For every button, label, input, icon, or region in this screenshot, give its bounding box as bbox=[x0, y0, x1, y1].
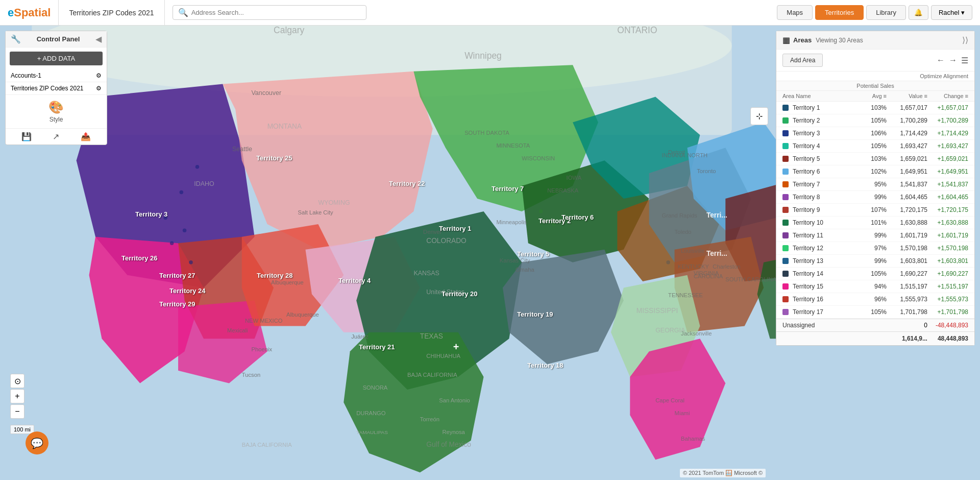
optimize-link[interactable]: Optimize Alignment bbox=[776, 71, 974, 81]
territory-name: Territory 6 bbox=[793, 168, 856, 175]
layer-settings-icon[interactable]: ⚙ bbox=[96, 72, 102, 79]
territory-change: +1,555,973 bbox=[927, 296, 968, 303]
svg-text:Torreón: Torreón bbox=[420, 416, 439, 422]
territory-value: 1,555,973 bbox=[887, 296, 927, 303]
library-button[interactable]: Library bbox=[866, 5, 906, 20]
svg-text:WYOMING: WYOMING bbox=[318, 199, 350, 206]
notification-button[interactable]: 🔔 bbox=[909, 5, 928, 20]
territories-button[interactable]: Territories bbox=[815, 5, 864, 20]
territory-list: Territory 1 103% 1,657,017 +1,657,017 Te… bbox=[776, 102, 974, 319]
areas-icon: ▦ bbox=[782, 35, 790, 45]
svg-point-36 bbox=[666, 260, 670, 264]
rp-header: ▦ Areas Viewing 30 Areas ⟩⟩ bbox=[776, 31, 974, 50]
territory-row[interactable]: Territory 12 97% 1,570,198 +1,570,198 bbox=[776, 242, 974, 255]
unassigned-name: Unassigned bbox=[782, 322, 897, 329]
territory-avg: 105% bbox=[856, 308, 887, 316]
wrench-icon: 🔧 bbox=[11, 34, 21, 44]
territory-row[interactable]: Territory 13 99% 1,603,801 +1,603,801 bbox=[776, 255, 974, 268]
chat-button[interactable]: 💬 bbox=[26, 431, 48, 454]
svg-text:Albuquerque: Albuquerque bbox=[271, 279, 304, 285]
user-button[interactable]: Rachel ▾ bbox=[931, 5, 972, 20]
zoom-out-button[interactable]: − bbox=[10, 404, 24, 419]
territory-color-swatch bbox=[782, 296, 789, 302]
svg-text:KENTUCKY: KENTUCKY bbox=[678, 263, 709, 270]
territory-row[interactable]: Territory 10 101% 1,630,888 +1,630,888 bbox=[776, 217, 974, 229]
territory-row[interactable]: Territory 5 103% 1,659,021 +1,659,021 bbox=[776, 153, 974, 165]
rp-footer: 1,614,9... 48,448,893 bbox=[776, 331, 974, 345]
svg-point-35 bbox=[552, 222, 555, 226]
territory-avg: 105% bbox=[856, 142, 887, 150]
add-data-button[interactable]: + ADD DATA bbox=[10, 52, 103, 65]
logo-spatial: Spatial bbox=[14, 6, 51, 19]
share-icon[interactable]: ↗ bbox=[53, 132, 59, 141]
cp-collapse-button[interactable]: ◀ bbox=[95, 34, 102, 44]
rp-expand-icon[interactable]: ⟩⟩ bbox=[962, 35, 968, 45]
territory-change: +1,649,951 bbox=[927, 168, 968, 175]
territory-change: +1,714,429 bbox=[927, 130, 968, 137]
svg-text:Mexicali: Mexicali bbox=[227, 327, 248, 333]
territory-value: 1,649,951 bbox=[887, 168, 927, 175]
territory-row[interactable]: Territory 16 96% 1,555,973 +1,555,973 bbox=[776, 293, 974, 306]
territory-avg: 95% bbox=[856, 181, 887, 188]
style-label: Style bbox=[50, 116, 63, 123]
zoom-controls: ⊙ + − bbox=[10, 374, 24, 419]
col-avg[interactable]: Avg ≡ bbox=[856, 93, 887, 99]
map-container: Calgary Winnipeg ONTARIO Ottawa MONTANA … bbox=[0, 26, 980, 480]
territory-row[interactable]: Territory 6 102% 1,649,951 +1,649,951 bbox=[776, 165, 974, 178]
rp-subtitle: Viewing 30 Areas bbox=[816, 37, 863, 44]
territory-row[interactable]: Territory 17 105% 1,701,798 +1,701,798 bbox=[776, 306, 974, 319]
territory-value: 1,570,198 bbox=[887, 245, 927, 252]
svg-text:Miami: Miami bbox=[675, 410, 690, 416]
territory-change: +1,659,021 bbox=[927, 155, 968, 162]
territory-color-swatch bbox=[782, 169, 789, 175]
save-icon[interactable]: 💾 bbox=[21, 132, 32, 141]
territory-change: +1,604,465 bbox=[927, 194, 968, 201]
svg-text:Seattle: Seattle bbox=[232, 146, 252, 153]
svg-text:TEXAS: TEXAS bbox=[420, 332, 443, 340]
map-selection-tool[interactable]: ⊹ bbox=[750, 107, 768, 125]
back-icon[interactable]: ← bbox=[937, 56, 945, 65]
add-area-button[interactable]: Add Area bbox=[782, 54, 823, 67]
maps-button[interactable]: Maps bbox=[777, 5, 813, 20]
territory-change: +1,690,227 bbox=[927, 270, 968, 277]
svg-text:Louisville: Louisville bbox=[681, 248, 704, 254]
layer-settings-icon-2[interactable]: ⚙ bbox=[96, 85, 102, 92]
forward-icon[interactable]: → bbox=[949, 56, 957, 65]
territory-row[interactable]: Territory 14 105% 1,690,227 +1,690,227 bbox=[776, 268, 974, 280]
territory-color-swatch bbox=[782, 207, 789, 213]
territory-avg: 102% bbox=[856, 168, 887, 175]
search-bar[interactable]: 🔍 bbox=[173, 5, 366, 20]
territory-avg: 94% bbox=[856, 283, 887, 290]
col-change[interactable]: Change ≡ bbox=[927, 93, 968, 99]
search-icon: 🔍 bbox=[178, 8, 188, 17]
svg-text:Gulf of Mexico: Gulf of Mexico bbox=[426, 441, 471, 448]
territory-row[interactable]: Territory 3 106% 1,714,429 +1,714,429 bbox=[776, 127, 974, 140]
territory-value: 1,714,429 bbox=[887, 130, 927, 137]
territory-row[interactable]: Territory 7 95% 1,541,837 +1,541,837 bbox=[776, 178, 974, 191]
territory-row[interactable]: Territory 4 105% 1,693,427 +1,693,427 bbox=[776, 140, 974, 153]
territory-row[interactable]: Territory 11 99% 1,601,719 +1,601,719 bbox=[776, 229, 974, 242]
svg-text:Cape Coral: Cape Coral bbox=[655, 397, 684, 403]
territory-row[interactable]: Territory 2 105% 1,700,289 +1,700,289 bbox=[776, 114, 974, 127]
territory-color-swatch bbox=[782, 194, 789, 200]
export-icon[interactable]: 📤 bbox=[81, 132, 91, 141]
svg-text:Kansas City: Kansas City bbox=[500, 257, 530, 263]
territory-name: Territory 12 bbox=[793, 245, 856, 252]
territory-color-swatch bbox=[782, 156, 789, 162]
territory-row[interactable]: Territory 9 107% 1,720,175 +1,720,175 bbox=[776, 204, 974, 217]
col-value[interactable]: Value ≡ bbox=[887, 93, 927, 99]
cp-toolbar: 💾 ↗ 📤 bbox=[6, 128, 107, 145]
zoom-reset-button[interactable]: ⊙ bbox=[10, 374, 24, 388]
search-input[interactable] bbox=[191, 9, 361, 16]
svg-point-29 bbox=[180, 190, 183, 194]
svg-text:MONTANA: MONTANA bbox=[267, 123, 302, 130]
territory-row[interactable]: Territory 1 103% 1,657,017 +1,657,017 bbox=[776, 102, 974, 114]
territory-avg: 97% bbox=[856, 245, 887, 252]
header: eSpatial Territories ZIP Codes 2021 🔍 Ma… bbox=[0, 0, 980, 26]
territory-color-swatch bbox=[782, 309, 789, 315]
territory-row[interactable]: Territory 15 94% 1,515,197 +1,515,197 bbox=[776, 280, 974, 293]
menu-icon[interactable]: ☰ bbox=[961, 56, 968, 65]
style-icon: 🎨 bbox=[48, 100, 64, 114]
territory-row[interactable]: Territory 8 99% 1,604,465 +1,604,465 bbox=[776, 191, 974, 204]
zoom-in-button[interactable]: + bbox=[10, 389, 24, 403]
